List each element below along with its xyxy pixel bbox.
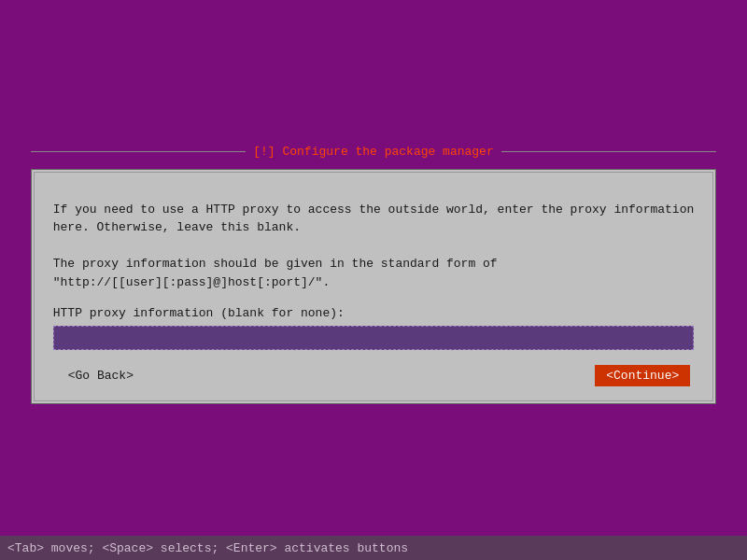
dialog-content: If you need to use a HTTP proxy to acces… (35, 182, 713, 401)
desc-line4: The proxy information should be given in… (53, 255, 695, 273)
status-bar: <Tab> moves; <Space> selects; <Enter> ac… (0, 536, 747, 560)
desktop: [!] Configure the package manager If you… (0, 0, 747, 560)
dialog-title: [!] Configure the package manager (253, 145, 493, 159)
desc-line2: here. Otherwise, leave this blank. (53, 218, 695, 237)
dialog-wrapper: [!] Configure the package manager If you… (31, 156, 717, 405)
title-line-right (501, 151, 717, 152)
dialog-title-bar: [!] Configure the package manager (31, 145, 717, 159)
desc-line5: "http://[[user][:pass]@]host[:port]/". (53, 273, 695, 292)
go-back-button[interactable]: <Go Back> (57, 365, 145, 386)
status-text: <Tab> moves; <Space> selects; <Enter> ac… (7, 541, 408, 555)
dialog-outer: [!] Configure the package manager If you… (31, 169, 717, 405)
proxy-input[interactable] (53, 326, 695, 350)
title-line: [!] Configure the package manager (31, 145, 717, 159)
proxy-label: HTTP proxy information (blank for none): (53, 306, 695, 320)
description-block: If you need to use a HTTP proxy to acces… (53, 201, 695, 292)
continue-button[interactable]: <Continue> (595, 365, 690, 386)
title-line-left (31, 151, 247, 152)
desc-line1: If you need to use a HTTP proxy to acces… (53, 201, 695, 219)
button-row: <Go Back> <Continue> (53, 365, 695, 386)
dialog-inner: [!] Configure the package manager If you… (34, 172, 714, 402)
